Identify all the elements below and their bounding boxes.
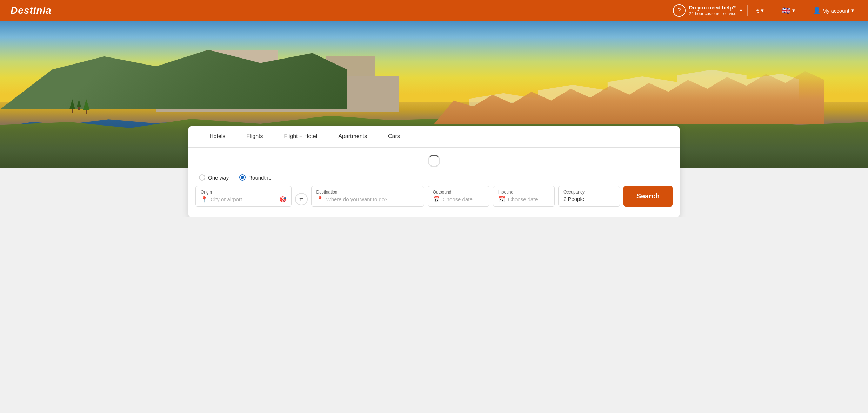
outbound-input-wrapper: 📅 xyxy=(433,196,484,203)
account-chevron: ▾ xyxy=(851,7,854,14)
origin-label: Origin xyxy=(201,190,286,195)
outbound-label: Outbound xyxy=(433,190,484,195)
help-text: Do you need help? 24-hour customer servi… xyxy=(689,4,736,16)
origin-field: Origin 📍 🎯 xyxy=(195,186,292,206)
account-button[interactable]: 👤 My account ▾ xyxy=(809,5,857,16)
language-chevron: ▾ xyxy=(792,7,795,14)
tab-hotels[interactable]: Hotels xyxy=(199,126,236,148)
divider-1 xyxy=(747,5,748,16)
search-widget-wrapper: Hotels Flights Flight + Hotel Apartments… xyxy=(11,126,857,217)
outbound-date-field[interactable]: Outbound 📅 xyxy=(428,186,489,206)
divider-2 xyxy=(773,5,773,16)
tab-flights[interactable]: Flights xyxy=(236,126,273,148)
outbound-date-input[interactable] xyxy=(443,196,484,202)
logo: Destinia xyxy=(11,5,52,16)
one-way-radio[interactable] xyxy=(199,174,205,181)
header-actions: ? Do you need help? 24-hour customer ser… xyxy=(673,4,857,17)
flight-search-form: Origin 📍 🎯 ⇄ Destination 📍 xyxy=(188,186,680,206)
origin-input-wrapper: 📍 🎯 xyxy=(201,196,286,203)
tab-apartments[interactable]: Apartments xyxy=(328,126,378,148)
one-way-option[interactable]: One way xyxy=(199,174,229,181)
account-label: My account xyxy=(822,8,849,14)
roundtrip-option[interactable]: Roundtrip xyxy=(239,174,271,181)
inbound-label: Inbound xyxy=(498,190,549,195)
inbound-date-field[interactable]: Inbound 📅 xyxy=(493,186,555,206)
roundtrip-label: Roundtrip xyxy=(248,175,271,181)
help-chevron: ▾ xyxy=(740,8,742,13)
destination-input-wrapper: 📍 xyxy=(316,196,419,203)
tab-cars[interactable]: Cars xyxy=(378,126,410,148)
inbound-calendar-icon: 📅 xyxy=(498,196,505,203)
destination-input[interactable] xyxy=(326,196,419,202)
divider-3 xyxy=(804,5,804,16)
currency-chevron: ▾ xyxy=(761,7,764,14)
trees xyxy=(69,99,90,114)
origin-input[interactable] xyxy=(211,196,276,202)
tab-flight-hotel[interactable]: Flight + Hotel xyxy=(273,126,328,148)
help-icon: ? xyxy=(673,4,686,17)
logo-text: Destinia xyxy=(11,5,52,16)
destination-location-icon: 📍 xyxy=(316,196,323,203)
occupancy-select[interactable]: 1 Person 2 People 3 People 4 People 5 Pe… xyxy=(563,196,615,202)
search-widget: Hotels Flights Flight + Hotel Apartments… xyxy=(188,126,680,217)
currency-button[interactable]: € ▾ xyxy=(753,5,767,16)
inbound-input-wrapper: 📅 xyxy=(498,196,549,203)
loading-spinner xyxy=(428,155,440,167)
currency-symbol: € xyxy=(756,8,759,14)
occupancy-select-wrapper: 1 Person 2 People 3 People 4 People 5 Pe… xyxy=(563,196,615,202)
destination-label: Destination xyxy=(316,190,419,195)
roundtrip-radio[interactable] xyxy=(239,174,246,181)
service-tabs: Hotels Flights Flight + Hotel Apartments… xyxy=(188,126,680,148)
outbound-calendar-icon: 📅 xyxy=(433,196,440,203)
hero-section: Hotels Flights Flight + Hotel Apartments… xyxy=(0,21,868,217)
flag-icon: 🇬🇧 xyxy=(782,6,790,15)
search-button[interactable]: Search xyxy=(623,186,673,206)
one-way-label: One way xyxy=(208,175,229,181)
help-title: Do you need help? xyxy=(689,4,736,11)
language-button[interactable]: 🇬🇧 ▾ xyxy=(778,4,799,17)
radio-inner-dot xyxy=(241,176,244,179)
help-button[interactable]: ? Do you need help? 24-hour customer ser… xyxy=(673,4,742,17)
occupancy-label: Occupancy xyxy=(563,190,615,195)
user-icon: 👤 xyxy=(813,7,821,14)
destination-field: Destination 📍 xyxy=(311,186,424,206)
main-header: Destinia ? Do you need help? 24-hour cus… xyxy=(0,0,868,21)
occupancy-field[interactable]: Occupancy 1 Person 2 People 3 People 4 P… xyxy=(558,186,620,206)
gps-icon[interactable]: 🎯 xyxy=(279,196,286,203)
swap-button[interactable]: ⇄ xyxy=(295,193,308,205)
location-icon: 📍 xyxy=(201,196,208,203)
loading-area xyxy=(188,148,680,171)
inbound-date-input[interactable] xyxy=(508,196,549,202)
trip-type-selector: One way Roundtrip xyxy=(188,171,680,186)
help-subtitle: 24-hour customer service xyxy=(689,11,736,17)
